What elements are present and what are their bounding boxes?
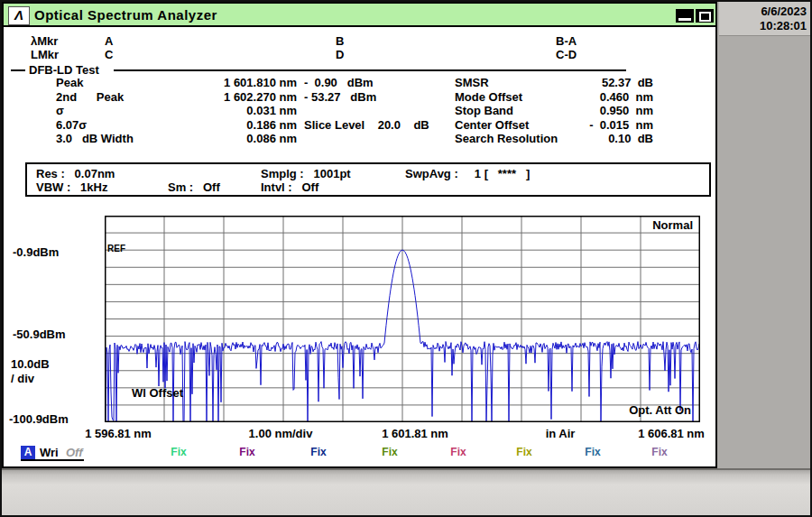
result-label: Center Offset bbox=[455, 118, 529, 132]
spectrum-chart[interactable]: Normal REF Wl Offset Opt. Att On bbox=[105, 216, 700, 422]
title-bar[interactable]: Λ Optical Spectrum Analyzer bbox=[4, 4, 715, 27]
result-label: Peak bbox=[56, 76, 83, 89]
result-value: 0.460 nm bbox=[536, 90, 653, 104]
trace-a-badge: A bbox=[21, 446, 35, 459]
y-axis-mid-label: -50.9dBm bbox=[13, 328, 66, 341]
setting-item: VBW : 1kHz bbox=[36, 180, 107, 194]
result-extra: - 53.27 dBm bbox=[304, 90, 376, 104]
y-axis-per-div-label: 10.0dB bbox=[11, 357, 50, 371]
window-title: Optical Spectrum Analyzer bbox=[34, 7, 217, 23]
legend-underline bbox=[21, 459, 84, 461]
analysis-title: DFB-LD Test bbox=[29, 63, 99, 77]
result-label: SMSR bbox=[455, 76, 489, 89]
trace-fix-label[interactable]: Fix bbox=[516, 446, 531, 458]
result-extra: - 0.90 dBm bbox=[304, 76, 374, 89]
y-axis-bottom-label: -100.9dBm bbox=[9, 412, 69, 426]
result-label: 6.07σ bbox=[56, 118, 87, 132]
wl-marker-diff: B-A bbox=[556, 34, 577, 48]
result-value: 0.186 nm bbox=[139, 118, 297, 132]
legend-dash-right bbox=[114, 69, 626, 71]
softkey-sidebar: Center1601.81nmSpan10.00nmPeak->CenterSt… bbox=[717, 2, 812, 471]
result-label: Stop Band bbox=[455, 104, 513, 117]
x-axis-label: 1 606.81 nm bbox=[638, 427, 705, 440]
result-value: 52.37 dB bbox=[536, 76, 653, 89]
x-axis-label: in Air bbox=[546, 427, 576, 440]
result-value: 0.10 dB bbox=[536, 132, 653, 145]
osa-screen: Λ Optical Spectrum Analyzer λMkr A B B-A… bbox=[0, 0, 812, 517]
date-text: 6/6/2023 bbox=[719, 5, 807, 19]
chart-canvas bbox=[105, 216, 700, 422]
wl-offset-label: Wl Offset bbox=[132, 386, 183, 400]
opt-att-on-label: Opt. Att On bbox=[629, 403, 691, 417]
trace-fix-label[interactable]: Fix bbox=[450, 446, 466, 458]
trace-write-label: Wri bbox=[40, 446, 59, 459]
setting-item: Smplg : 1001pt bbox=[261, 167, 351, 180]
anritsu-logo-icon: Λ bbox=[8, 6, 30, 25]
x-axis-label: 1.00 nm/div bbox=[249, 427, 313, 440]
x-axis-label: 1 601.81 nm bbox=[382, 427, 448, 440]
trace-fix-label[interactable]: Fix bbox=[382, 446, 397, 458]
wl-marker-label: λMkr bbox=[31, 34, 58, 48]
result-value: 0.950 nm bbox=[536, 104, 653, 117]
setting-item: Res : 0.07nm bbox=[36, 167, 115, 180]
trace-fix-label[interactable]: Fix bbox=[585, 446, 600, 458]
time-text: 10:28:01 bbox=[719, 19, 807, 33]
ref-level-label: REF bbox=[107, 244, 125, 254]
wl-marker-a: A bbox=[105, 34, 113, 48]
result-value: 1 602.270 nm bbox=[139, 90, 297, 104]
trace-fix-label[interactable]: Fix bbox=[171, 446, 186, 458]
trace-fix-label[interactable]: Fix bbox=[239, 446, 254, 458]
setting-item: Intvl : Off bbox=[261, 180, 318, 194]
result-label: 3.0 dB Width bbox=[56, 132, 134, 145]
result-value: 1 601.810 nm bbox=[139, 76, 297, 89]
legend-dash-left bbox=[11, 69, 25, 71]
result-label: 2nd Peak bbox=[56, 90, 124, 104]
setting-item: SwpAvg : 1 [ **** ] bbox=[405, 167, 530, 180]
maximize-icon[interactable] bbox=[696, 9, 714, 23]
result-value: 0.086 nm bbox=[139, 132, 297, 145]
setting-item: Sm : Off bbox=[168, 180, 220, 194]
y-axis-per-div-unit: / div bbox=[11, 372, 34, 385]
trace-fix-label[interactable]: Fix bbox=[310, 446, 326, 458]
minimize-icon[interactable] bbox=[676, 9, 694, 23]
trace-mode-label: Normal bbox=[652, 218, 693, 232]
function-toolbar: -→ Wave-lengthLevelScaleRes/VBW/AvgPeak/… bbox=[2, 468, 812, 517]
result-value: 0.031 nm bbox=[139, 104, 297, 117]
result-value: - 0.015 nm bbox=[536, 118, 653, 132]
x-axis-label: 1 596.81 nm bbox=[85, 427, 152, 440]
main-window: Λ Optical Spectrum Analyzer λMkr A B B-A… bbox=[2, 2, 717, 468]
result-label: σ bbox=[56, 104, 64, 117]
wl-marker-b: B bbox=[336, 34, 344, 48]
datetime-display: 6/6/2023 10:28:01 bbox=[719, 2, 812, 36]
lvl-marker-diff: C-D bbox=[556, 48, 577, 61]
lvl-marker-d: D bbox=[336, 48, 344, 61]
y-axis-ref-label: -0.9dBm bbox=[13, 245, 59, 259]
result-extra: Slice Level 20.0 dB bbox=[304, 118, 429, 132]
result-label: Mode Offset bbox=[455, 90, 522, 104]
sweep-settings-box: Res : 0.07nmSmplg : 1001ptSwpAvg : 1 [ *… bbox=[25, 162, 711, 197]
trace-fix-label[interactable]: Fix bbox=[651, 446, 667, 458]
lvl-marker-c: C bbox=[105, 48, 113, 61]
lvl-marker-label: LMkr bbox=[31, 48, 59, 61]
trace-state-label: Off bbox=[66, 446, 83, 459]
